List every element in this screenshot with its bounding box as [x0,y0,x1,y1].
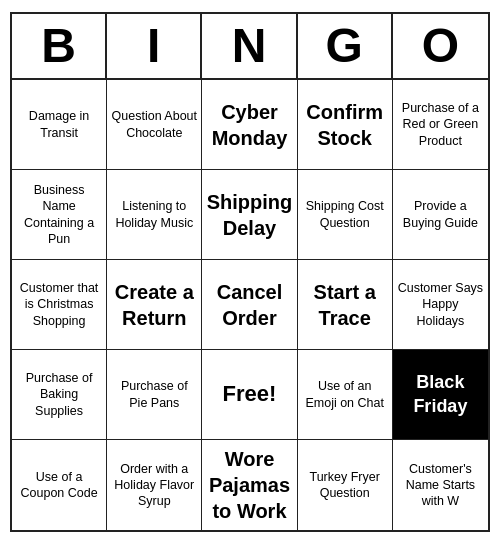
bingo-cell-9: Provide a Buying Guide [393,170,488,260]
bingo-cell-8: Shipping Cost Question [298,170,393,260]
bingo-letter-i: I [107,14,202,78]
bingo-cell-10: Customer that is Christmas Shopping [12,260,107,350]
bingo-cell-3: Confirm Stock [298,80,393,170]
bingo-cell-19: Black Friday [393,350,488,440]
bingo-cell-22: Wore Pajamas to Work [202,440,297,530]
bingo-cell-13: Start a Trace [298,260,393,350]
bingo-cell-7: Shipping Delay [202,170,297,260]
bingo-letter-n: N [202,14,297,78]
bingo-cell-20: Use of a Coupon Code [12,440,107,530]
bingo-cell-24: Customer's Name Starts with W [393,440,488,530]
bingo-cell-6: Listening to Holiday Music [107,170,202,260]
bingo-cell-12: Cancel Order [202,260,297,350]
bingo-header: BINGO [12,14,488,80]
bingo-card: BINGO Damage in TransitQuestion About Ch… [10,12,490,532]
bingo-letter-b: B [12,14,107,78]
bingo-cell-1: Question About Chocolate [107,80,202,170]
bingo-grid: Damage in TransitQuestion About Chocolat… [12,80,488,530]
bingo-cell-0: Damage in Transit [12,80,107,170]
bingo-cell-18: Use of an Emoji on Chat [298,350,393,440]
bingo-cell-5: Business Name Containing a Pun [12,170,107,260]
bingo-letter-o: O [393,14,488,78]
bingo-cell-21: Order with a Holiday Flavor Syrup [107,440,202,530]
bingo-cell-23: Turkey Fryer Question [298,440,393,530]
bingo-cell-17: Free! [202,350,297,440]
bingo-cell-11: Create a Return [107,260,202,350]
bingo-cell-4: Purchase of a Red or Green Product [393,80,488,170]
bingo-letter-g: G [298,14,393,78]
bingo-cell-14: Customer Says Happy Holidays [393,260,488,350]
bingo-cell-15: Purchase of Baking Supplies [12,350,107,440]
bingo-cell-2: Cyber Monday [202,80,297,170]
bingo-cell-16: Purchase of Pie Pans [107,350,202,440]
